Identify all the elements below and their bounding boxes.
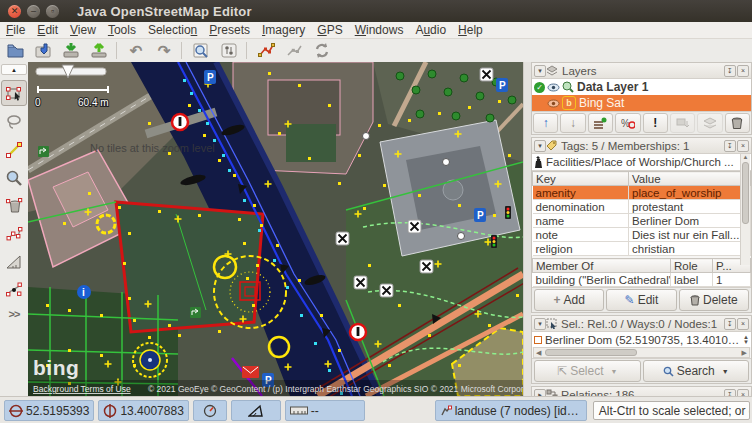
angle-ruler-icon (5, 253, 23, 271)
preferences-button[interactable] (216, 40, 242, 61)
layers-panel-header[interactable]: ▾ Layers ↧× (532, 63, 751, 79)
layer-opacity-button[interactable]: % (615, 113, 640, 133)
delete-tool-button[interactable] (2, 194, 26, 218)
close-icon[interactable]: × (737, 140, 749, 152)
unglue-tool-button[interactable] (2, 222, 26, 246)
menu-selection[interactable]: Selection (142, 23, 203, 37)
map-view[interactable]: P P P P i No tiles at this zoom (28, 62, 523, 396)
more-tools-button[interactable]: >> (9, 308, 20, 320)
close-icon[interactable]: × (737, 65, 749, 77)
collapse-icon[interactable]: ▾ (534, 140, 546, 152)
menu-audio[interactable]: Audio (409, 23, 452, 37)
svg-text:60.4 m: 60.4 m (78, 97, 109, 108)
redo-button[interactable]: ↷ (151, 40, 177, 61)
map-canvas[interactable]: P P P P i No tiles at this zoom (28, 62, 523, 396)
layer-delete-button[interactable] (725, 113, 750, 133)
pin-icon[interactable]: ↧ (724, 140, 736, 152)
menu-view[interactable]: View (64, 23, 102, 37)
collapse-icon[interactable]: ▾ (534, 65, 546, 77)
menu-windows[interactable]: Windows (349, 23, 410, 37)
layer-up-button[interactable]: ↑ (533, 113, 558, 133)
tag-row[interactable]: nameBerliner Dom (533, 214, 751, 228)
svg-text:P: P (477, 210, 484, 221)
visible-eye-icon[interactable] (547, 83, 560, 92)
info-icon[interactable]: i (77, 285, 91, 299)
menu-imagery[interactable]: Imagery (256, 23, 311, 37)
layer-visibility-button[interactable]: ! (643, 113, 668, 133)
window-close-button[interactable]: ✕ (8, 5, 21, 18)
menu-tools[interactable]: Tools (102, 23, 142, 37)
membership-row[interactable]: building ("Berlin Cathedral", ... label … (533, 273, 751, 287)
tag-icon (546, 140, 558, 151)
layer-down-button[interactable]: ↓ (560, 113, 585, 133)
selection-panel-header[interactable]: ▾ Sel.: Rel.:0 / Ways:0 / Nodes:1 ↧× (532, 316, 751, 332)
zoom-to-selection-button[interactable] (188, 40, 214, 61)
upload-button[interactable] (86, 40, 112, 61)
edit-ways-button[interactable] (253, 40, 279, 61)
role-column-header[interactable]: Role (671, 259, 713, 273)
preset-row[interactable]: Facilities/Place of Worship/Church ... ▲ (532, 154, 751, 171)
tags-scrollbar[interactable]: ▲ (740, 154, 750, 265)
sidebar-collapse-handle[interactable]: ▲ (1, 64, 27, 75)
refresh-button[interactable] (309, 40, 335, 61)
select-tool-button[interactable] (1, 80, 27, 106)
selection-hscrollbar[interactable]: ◀▶ (533, 347, 750, 358)
angle-tool-button[interactable] (2, 250, 26, 274)
layer-row-data[interactable]: ✓ Data Layer 1 (532, 79, 751, 95)
statusbar: 52.5195393 13.4007883 -- landuse (7 node… (0, 396, 752, 423)
tags-panel-header[interactable]: ▾ Tags: 5 / Memberships: 1 ↧× (532, 138, 751, 154)
draw-nodes-tool-button[interactable] (2, 138, 26, 162)
visible-eye-icon[interactable] (547, 99, 560, 108)
member-of-column-header[interactable]: Member Of (533, 259, 671, 273)
menu-presets[interactable]: Presets (203, 23, 256, 37)
tag-row[interactable]: denominationprotestant (533, 200, 751, 214)
save-button[interactable] (30, 40, 56, 61)
value-column-header[interactable]: Value (629, 172, 751, 186)
selection-list-item[interactable]: Berliner Dom (52.5190735, 13.4010752) ▲▼ (532, 332, 751, 347)
tag-row[interactable]: amenityplace_of_worship (533, 186, 751, 200)
pin-icon[interactable]: ↧ (724, 318, 736, 330)
titlebar: ✕ – ▫ Java OpenStreetMap Editor (0, 0, 752, 22)
tag-row[interactable]: noteDies ist nur ein Fall... (533, 228, 751, 242)
delete-tag-button[interactable]: Delete (679, 289, 749, 311)
pin-icon[interactable]: ↧ (724, 65, 736, 77)
undo-button[interactable]: ↶ (123, 40, 149, 61)
svg-text:i: i (82, 287, 85, 298)
menu-file[interactable]: File (0, 23, 31, 37)
window-minimize-button[interactable]: – (27, 5, 40, 18)
terms-of-use-link[interactable]: Background Terms of Use (33, 384, 131, 394)
layer-merge-button[interactable] (697, 113, 722, 133)
collapse-icon[interactable]: ▾ (534, 318, 546, 330)
menu-help[interactable]: Help (452, 23, 489, 37)
zoom-tool-button[interactable] (2, 166, 26, 190)
select-button[interactable]: ⇱Select▼ (534, 360, 641, 382)
preset-label: Facilities/Place of Worship/Church ... (546, 156, 742, 168)
mail-icon[interactable] (242, 366, 259, 378)
download-button[interactable] (58, 40, 84, 61)
undo-icon: ↶ (130, 42, 143, 60)
menu-gps[interactable]: GPS (311, 23, 348, 37)
window-maximize-button[interactable]: ▫ (46, 5, 59, 18)
split-way-tool-button[interactable] (2, 278, 26, 302)
selection-item-label: Berliner Dom (52.5190735, 13.4010752) (545, 334, 743, 346)
add-tag-button[interactable]: +Add (534, 289, 604, 311)
layer-duplicate-button[interactable] (670, 113, 695, 133)
main-toolbar: ↶ ↷ (0, 39, 752, 63)
layer-activate-button[interactable] (588, 113, 613, 133)
key-column-header[interactable]: Key (533, 172, 629, 186)
layers-panel-title: Layers (562, 65, 724, 77)
merge-nodes-button[interactable] (281, 40, 307, 61)
tag-row[interactable]: religionchristian (533, 242, 751, 256)
download-icon (62, 42, 81, 59)
lasso-tool-button[interactable] (2, 110, 26, 134)
search-button[interactable]: Search▼ (643, 360, 750, 382)
menu-edit[interactable]: Edit (31, 23, 64, 37)
open-button[interactable] (2, 40, 28, 61)
list-spinner[interactable]: ▲▼ (743, 335, 749, 345)
close-icon[interactable]: × (737, 318, 749, 330)
selection-panel-title: Sel.: Rel.:0 / Ways:0 / Nodes:1 (561, 318, 724, 330)
layer-row-bing[interactable]: b Bing Sat (532, 95, 751, 111)
node-bullet-icon (534, 336, 542, 344)
edit-tag-button[interactable]: ✎Edit (606, 289, 676, 311)
tags-panel: ▾ Tags: 5 / Memberships: 1 ↧× Facilities… (531, 137, 752, 313)
